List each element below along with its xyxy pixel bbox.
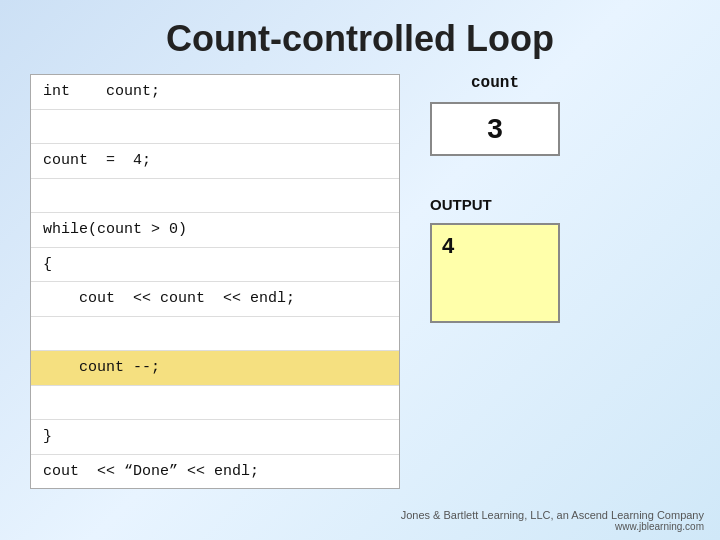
main-layout: int count; count = 4; while(count > 0){ … [0,74,720,489]
footer: Jones & Bartlett Learning, LLC, an Ascen… [401,509,704,532]
output-box: 4 [430,223,560,323]
right-panel: count 3 OUTPUT 4 [430,74,560,323]
code-line: { [31,248,399,283]
code-line: } [31,420,399,455]
code-line: count --; [31,351,399,386]
code-line: cout << “Done” << endl; [31,455,399,489]
code-box: int count; count = 4; while(count > 0){ … [30,74,400,489]
code-line: while(count > 0) [31,213,399,248]
code-line: cout << count << endl; [31,282,399,317]
code-line [31,179,399,214]
page-title: Count-controlled Loop [0,0,720,74]
footer-company: Jones & Bartlett Learning, LLC, an Ascen… [401,509,704,521]
output-label: OUTPUT [430,196,560,213]
code-line [31,110,399,145]
code-line [31,317,399,352]
footer-url: www.jblearning.com [401,521,704,532]
code-line [31,386,399,421]
var-box: 3 [430,102,560,156]
var-label: count [430,74,560,92]
code-line: count = 4; [31,144,399,179]
code-line: int count; [31,75,399,110]
